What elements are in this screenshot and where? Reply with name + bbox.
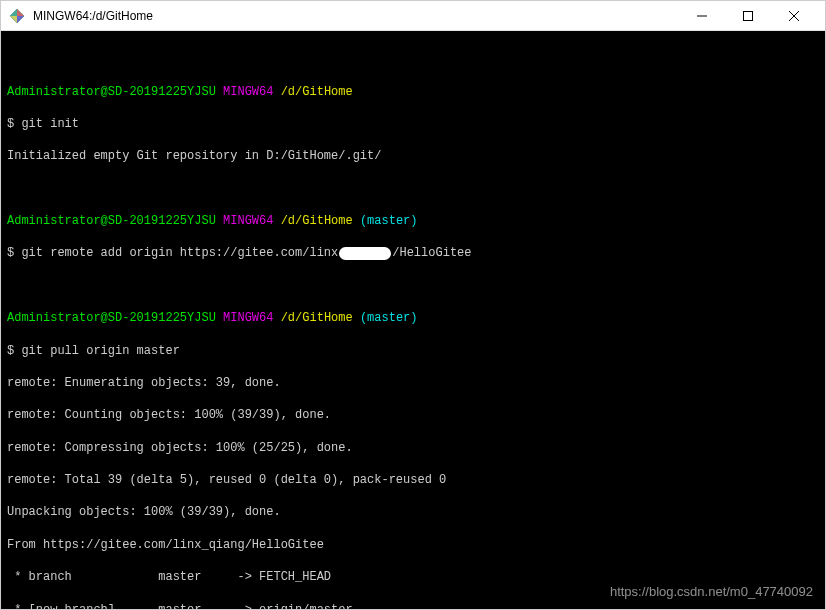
terminal-area[interactable]: Administrator@SD-20191225YJSU MINGW64 /d…: [1, 31, 825, 609]
command-line: $ git pull origin master: [7, 343, 819, 359]
output-line: * [new branch] master -> origin/master: [7, 602, 819, 609]
window-title: MINGW64:/d/GitHome: [33, 9, 679, 23]
prompt-line: Administrator@SD-20191225YJSU MINGW64 /d…: [7, 84, 819, 100]
blank-line: [7, 51, 819, 67]
svg-marker-2: [17, 16, 24, 23]
redaction-blob: [339, 247, 391, 260]
prompt-line: Administrator@SD-20191225YJSU MINGW64 /d…: [7, 213, 819, 229]
output-line: remote: Compressing objects: 100% (25/25…: [7, 440, 819, 456]
output-line: remote: Enumerating objects: 39, done.: [7, 375, 819, 391]
app-icon: [9, 8, 25, 24]
maximize-button[interactable]: [725, 1, 771, 31]
command-line: $ git init: [7, 116, 819, 132]
blank-line: [7, 278, 819, 294]
watermark-text: https://blog.csdn.net/m0_47740092: [610, 583, 813, 601]
output-line: Initialized empty Git repository in D:/G…: [7, 148, 819, 164]
title-bar[interactable]: MINGW64:/d/GitHome: [1, 1, 825, 31]
output-line: * branch master -> FETCH_HEAD: [7, 569, 819, 585]
command-line: $ git remote add origin https://gitee.co…: [7, 245, 819, 261]
svg-rect-5: [744, 11, 753, 20]
window-controls: [679, 1, 817, 31]
output-line: remote: Total 39 (delta 5), reused 0 (de…: [7, 472, 819, 488]
blank-line: [7, 181, 819, 197]
prompt-line: Administrator@SD-20191225YJSU MINGW64 /d…: [7, 310, 819, 326]
output-line: From https://gitee.com/linx_qiang/HelloG…: [7, 537, 819, 553]
app-window: MINGW64:/d/GitHome Administrator@SD-2019…: [0, 0, 826, 610]
output-line: Unpacking objects: 100% (39/39), done.: [7, 504, 819, 520]
minimize-button[interactable]: [679, 1, 725, 31]
output-line: remote: Counting objects: 100% (39/39), …: [7, 407, 819, 423]
close-button[interactable]: [771, 1, 817, 31]
